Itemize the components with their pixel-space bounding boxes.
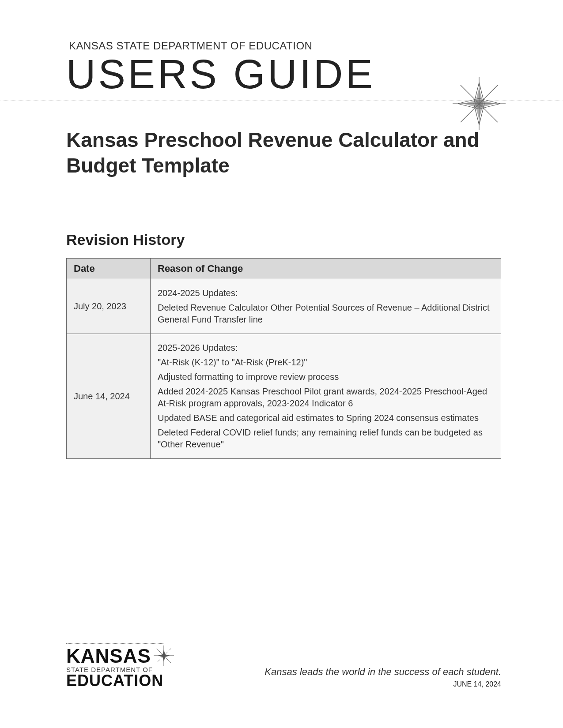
reason-line: Adjusted formatting to improve review pr… <box>158 371 494 383</box>
star-icon <box>453 77 506 132</box>
footer-tagline: Kansas leads the world in the success of… <box>264 666 501 678</box>
document-subtitle: Kansas Preschool Revenue Calculator and … <box>66 128 501 178</box>
revision-reason: 2025-2026 Updates: "At-Risk (K-12)" to "… <box>151 334 501 459</box>
svg-marker-19 <box>158 654 170 657</box>
reason-line: Deleted Revenue Calculator Other Potenti… <box>158 302 494 326</box>
revision-date: July 20, 2023 <box>67 279 151 334</box>
logo-rule <box>66 643 163 644</box>
col-header-reason: Reason of Change <box>151 259 501 279</box>
page-header: KANSAS STATE DEPARTMENT OF EDUCATION USE… <box>66 40 501 178</box>
table-row: July 20, 2023 2024-2025 Updates: Deleted… <box>67 279 501 334</box>
revision-date: June 14, 2024 <box>67 334 151 459</box>
reason-line: 2024-2025 Updates: <box>158 287 494 299</box>
table-row: June 14, 2024 2025-2026 Updates: "At-Ris… <box>67 334 501 459</box>
star-icon <box>154 645 174 668</box>
page-footer: KANSAS STATE DEPARTMENT OF ED <box>66 643 501 688</box>
reason-line: Updated BASE and categorical aid estimat… <box>158 412 494 424</box>
svg-marker-13 <box>463 99 495 108</box>
col-header-date: Date <box>67 259 151 279</box>
ksde-logo: KANSAS STATE DEPARTMENT OF ED <box>66 643 174 688</box>
revision-history-table: Date Reason of Change July 20, 2023 2024… <box>66 258 501 459</box>
department-line: KANSAS STATE DEPARTMENT OF EDUCATION <box>69 40 501 52</box>
reason-line: "At-Risk (K-12)" to "At-Risk (PreK-12)" <box>158 356 494 368</box>
revision-reason: 2024-2025 Updates: Deleted Revenue Calcu… <box>151 279 501 334</box>
reason-line: 2025-2026 Updates: <box>158 342 494 354</box>
footer-date: JUNE 14, 2024 <box>264 680 501 688</box>
logo-line-3: EDUCATION <box>66 673 163 688</box>
revision-history-heading: Revision History <box>66 231 501 248</box>
page-title: USERS GUIDE <box>66 54 501 94</box>
logo-line-1: KANSAS <box>66 647 151 665</box>
reason-line: Deleted Federal COVID relief funds; any … <box>158 427 494 450</box>
reason-line: Added 2024-2025 Kansas Preschool Pilot g… <box>158 386 494 409</box>
